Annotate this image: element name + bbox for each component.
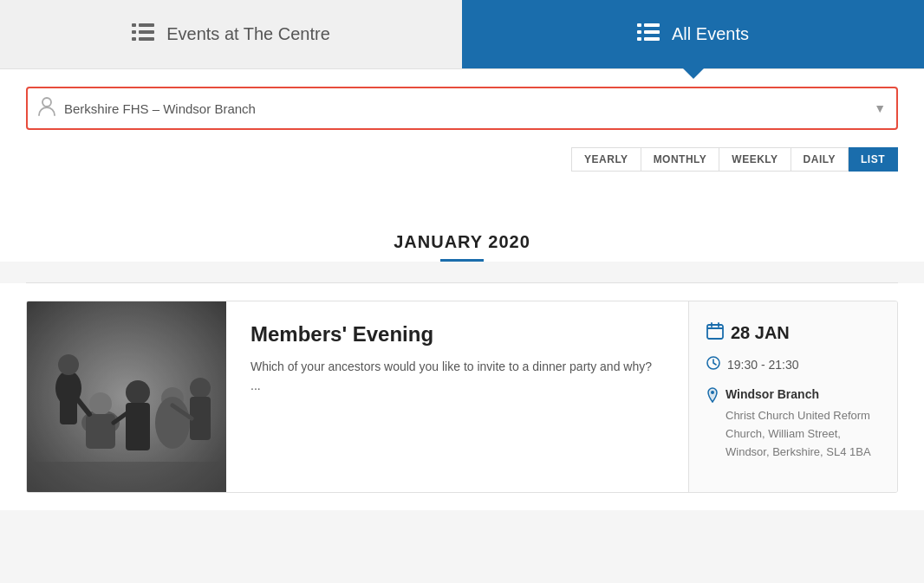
view-monthly-button[interactable]: MONTHLY [641,147,720,172]
svg-rect-4 [132,37,136,41]
svg-rect-2 [132,30,136,34]
event-card: Members' Evening Which of your ancestors… [26,301,898,493]
event-meta: 28 JAN 19:30 - 21:30 [689,301,897,492]
svg-rect-11 [644,37,660,41]
header-tabs: Events at The Centre All Events [0,0,924,69]
svg-rect-3 [139,30,154,34]
person-icon [38,97,55,120]
svg-rect-9 [644,30,660,34]
month-underline [440,259,484,262]
events-container: Members' Evening Which of your ancestors… [0,283,924,510]
location-name: Windsor Branch [726,385,880,404]
event-date-text: 28 JAN [731,323,790,343]
event-location: Windsor Branch Christ Church United Refo… [706,385,880,461]
tab-events-at-centre[interactable]: Events at The Centre [0,0,462,68]
svg-point-34 [711,391,714,394]
svg-rect-31 [27,301,226,492]
view-weekly-button[interactable]: WEEKLY [719,147,791,172]
clock-icon [706,356,720,373]
view-daily-button[interactable]: DAILY [791,147,849,172]
svg-rect-5 [139,37,154,41]
tab-all-events[interactable]: All Events [462,0,924,68]
month-section: JANUARY 2020 [0,198,924,262]
month-heading: JANUARY 2020 [26,232,898,252]
location-details: Windsor Branch Christ Church United Refo… [726,385,880,461]
event-photo-svg [27,301,226,492]
event-title: Members' Evening [251,322,664,347]
svg-point-12 [42,98,51,107]
location-address: Christ Church United Reform Church, Will… [726,409,871,458]
event-date: 28 JAN [706,322,880,344]
svg-rect-6 [637,23,641,27]
view-list-button[interactable]: LIST [849,147,898,172]
branch-filter-select[interactable]: Berkshire FHS – Windsor BranchAll Branch… [64,101,874,116]
event-time: 19:30 - 21:30 [706,356,880,373]
event-body: Members' Evening Which of your ancestors… [226,301,689,492]
location-pin-icon [706,387,719,461]
svg-rect-8 [637,30,641,34]
svg-rect-1 [139,23,154,27]
list-icon-left [132,23,156,47]
tab-right-label: All Events [672,24,749,44]
filter-container: Berkshire FHS – Windsor BranchAll Branch… [26,87,898,130]
svg-rect-32 [707,325,723,339]
main-content: Berkshire FHS – Windsor BranchAll Branch… [0,69,924,198]
svg-rect-0 [132,23,136,27]
event-time-text: 19:30 - 21:30 [727,358,799,372]
event-image [27,301,226,492]
svg-rect-10 [637,37,641,41]
event-description: Which of your ancestors would you like t… [251,357,664,396]
tab-left-label: Events at The Centre [166,24,330,44]
dropdown-arrow-icon: ▼ [874,101,886,115]
view-yearly-button[interactable]: YEARLY [571,147,641,172]
svg-rect-7 [644,23,660,27]
calendar-icon [706,322,724,344]
view-controls: YEARLY MONTHLY WEEKLY DAILY LIST [26,147,898,172]
list-icon-right [637,23,661,47]
